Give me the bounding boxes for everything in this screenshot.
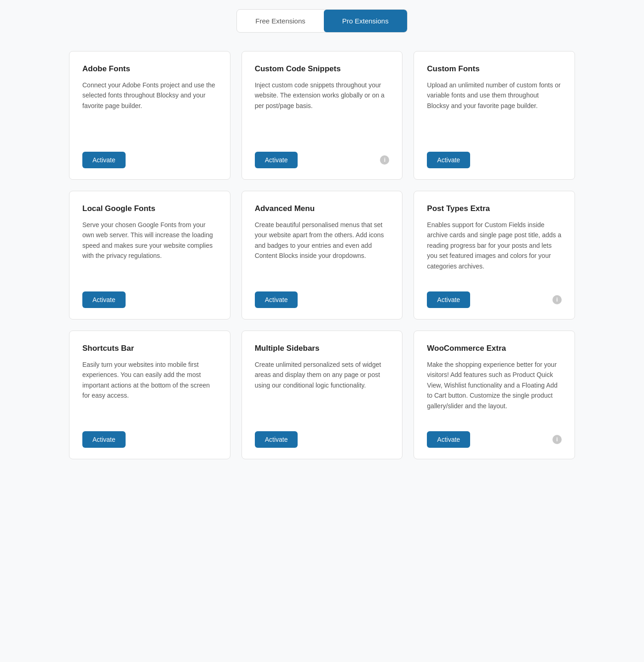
- card-description-custom-fonts: Upload an unlimited number of custom fon…: [427, 80, 562, 111]
- card-description-custom-code-snippets: Inject custom code snippets throughout y…: [255, 80, 390, 111]
- card-description-post-types-extra: Enables support for Custom Fields inside…: [427, 220, 562, 271]
- card-content: Custom Code Snippets Inject custom code …: [255, 64, 390, 139]
- card-title-advanced-menu: Advanced Menu: [255, 204, 390, 213]
- info-icon-woocommerce-extra[interactable]: i: [552, 435, 562, 444]
- card-adobe-fonts: Adobe Fonts Connect your Adobe Fonts pro…: [69, 51, 230, 180]
- extensions-grid: Adobe Fonts Connect your Adobe Fonts pro…: [69, 51, 575, 459]
- card-content: Advanced Menu Create beautiful personali…: [255, 204, 390, 279]
- activate-button-shortcuts-bar[interactable]: Activate: [82, 431, 126, 448]
- card-post-types-extra: Post Types Extra Enables support for Cus…: [414, 191, 575, 320]
- card-description-advanced-menu: Create beautiful personalised menus that…: [255, 220, 390, 261]
- card-content: Local Google Fonts Serve your chosen Goo…: [82, 204, 217, 279]
- card-title-custom-fonts: Custom Fonts: [427, 64, 562, 74]
- card-footer-custom-code-snippets: Activate i: [255, 152, 390, 168]
- tab-free-extensions[interactable]: Free Extensions: [237, 10, 323, 32]
- tab-bar: Free Extensions Pro Extensions: [14, 9, 630, 33]
- tab-pro-extensions[interactable]: Pro Extensions: [324, 10, 407, 32]
- info-icon-custom-code-snippets[interactable]: i: [380, 155, 389, 165]
- card-footer-local-google-fonts: Activate: [82, 291, 217, 308]
- card-content: Shortcuts Bar Easily turn your websites …: [82, 344, 217, 418]
- info-icon-post-types-extra[interactable]: i: [552, 295, 562, 304]
- activate-button-adobe-fonts[interactable]: Activate: [82, 152, 126, 168]
- card-title-custom-code-snippets: Custom Code Snippets: [255, 64, 390, 74]
- card-description-multiple-sidebars: Create unlimited personalized sets of wi…: [255, 360, 390, 390]
- activate-button-multiple-sidebars[interactable]: Activate: [255, 431, 298, 448]
- card-content: WooCommerce Extra Make the shopping expe…: [427, 344, 562, 418]
- activate-button-advanced-menu[interactable]: Activate: [255, 291, 298, 308]
- card-footer-woocommerce-extra: Activate i: [427, 431, 562, 448]
- activate-button-local-google-fonts[interactable]: Activate: [82, 291, 126, 308]
- card-custom-code-snippets: Custom Code Snippets Inject custom code …: [242, 51, 403, 180]
- card-content: Post Types Extra Enables support for Cus…: [427, 204, 562, 279]
- activate-button-custom-code-snippets[interactable]: Activate: [255, 152, 298, 168]
- card-description-local-google-fonts: Serve your chosen Google Fonts from your…: [82, 220, 217, 261]
- card-title-woocommerce-extra: WooCommerce Extra: [427, 344, 562, 353]
- card-footer-shortcuts-bar: Activate: [82, 431, 217, 448]
- card-footer-adobe-fonts: Activate: [82, 152, 217, 168]
- card-description-adobe-fonts: Connect your Adobe Fonts project and use…: [82, 80, 217, 111]
- activate-button-post-types-extra[interactable]: Activate: [427, 291, 470, 308]
- card-woocommerce-extra: WooCommerce Extra Make the shopping expe…: [414, 331, 575, 459]
- card-description-woocommerce-extra: Make the shopping experience better for …: [427, 360, 562, 411]
- card-footer-multiple-sidebars: Activate: [255, 431, 390, 448]
- card-footer-post-types-extra: Activate i: [427, 291, 562, 308]
- card-content: Multiple Sidebars Create unlimited perso…: [255, 344, 390, 418]
- activate-button-woocommerce-extra[interactable]: Activate: [427, 431, 470, 448]
- card-shortcuts-bar: Shortcuts Bar Easily turn your websites …: [69, 331, 230, 459]
- activate-button-custom-fonts[interactable]: Activate: [427, 152, 470, 168]
- card-title-local-google-fonts: Local Google Fonts: [82, 204, 217, 213]
- card-multiple-sidebars: Multiple Sidebars Create unlimited perso…: [242, 331, 403, 459]
- card-custom-fonts: Custom Fonts Upload an unlimited number …: [414, 51, 575, 180]
- card-title-multiple-sidebars: Multiple Sidebars: [255, 344, 390, 353]
- card-title-adobe-fonts: Adobe Fonts: [82, 64, 217, 74]
- card-title-shortcuts-bar: Shortcuts Bar: [82, 344, 217, 353]
- card-advanced-menu: Advanced Menu Create beautiful personali…: [242, 191, 403, 320]
- card-content: Custom Fonts Upload an unlimited number …: [427, 64, 562, 139]
- card-footer-advanced-menu: Activate: [255, 291, 390, 308]
- tab-wrapper: Free Extensions Pro Extensions: [236, 9, 407, 33]
- card-description-shortcuts-bar: Easily turn your websites into mobile fi…: [82, 360, 217, 401]
- card-content: Adobe Fonts Connect your Adobe Fonts pro…: [82, 64, 217, 139]
- card-local-google-fonts: Local Google Fonts Serve your chosen Goo…: [69, 191, 230, 320]
- card-title-post-types-extra: Post Types Extra: [427, 204, 562, 213]
- card-footer-custom-fonts: Activate: [427, 152, 562, 168]
